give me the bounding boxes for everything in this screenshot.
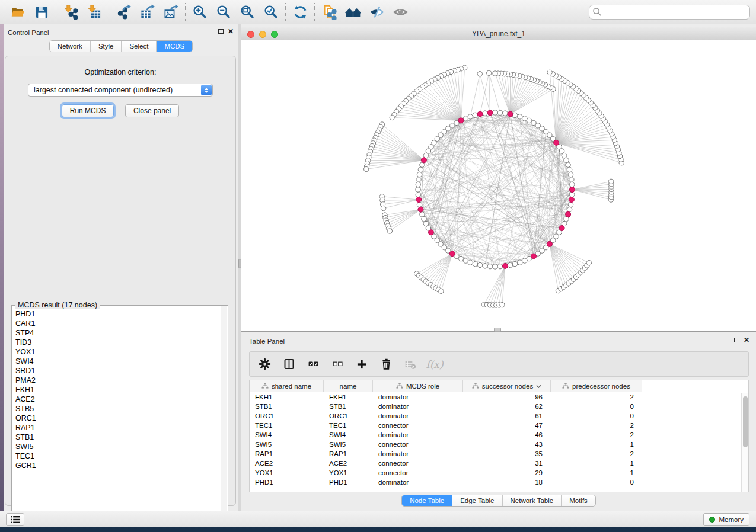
export-network-button[interactable] bbox=[111, 2, 135, 22]
table-cell-filler bbox=[642, 392, 748, 402]
mcds-result-item[interactable]: ORC1 bbox=[15, 414, 219, 423]
optimization-criterion-select[interactable]: largest connected component (undirected) bbox=[28, 84, 213, 97]
table-row[interactable]: PHD1PHD1dominator180 bbox=[250, 477, 748, 487]
table-row[interactable]: TEC1TEC1connector472 bbox=[250, 421, 748, 430]
hierarchy-icon bbox=[472, 383, 479, 389]
nested-network-button[interactable] bbox=[341, 2, 365, 22]
save-icon bbox=[34, 4, 50, 20]
zoom-out-button[interactable] bbox=[212, 2, 235, 22]
table-row[interactable]: SWI4SWI4dominator462 bbox=[250, 430, 748, 440]
mcds-result-item[interactable]: STB1 bbox=[15, 432, 219, 442]
node-table-header: shared namenameMCDS rolesuccessor nodesp… bbox=[250, 380, 748, 392]
hide-selected-button[interactable] bbox=[365, 2, 388, 22]
select-all-button[interactable] bbox=[307, 358, 320, 371]
table-cell-filler bbox=[642, 477, 748, 487]
column-header-MCDS-role[interactable]: MCDS role bbox=[373, 380, 463, 392]
deselect-all-button[interactable] bbox=[331, 358, 344, 371]
table-row[interactable]: ORC1ORC1dominator610 bbox=[250, 411, 748, 421]
memory-label: Memory bbox=[719, 516, 744, 523]
panel-splitter-horizontal[interactable] bbox=[494, 328, 501, 332]
delete-row-button[interactable] bbox=[379, 358, 393, 371]
settings-gear-button[interactable] bbox=[258, 358, 271, 371]
network-window-titlebar[interactable]: YPA_prune.txt_1 bbox=[241, 27, 756, 40]
zoom-in-button[interactable] bbox=[188, 2, 212, 22]
mcds-result-item[interactable]: PHD1 bbox=[15, 309, 219, 319]
table-row[interactable]: SWI5SWI5connector431 bbox=[250, 440, 748, 449]
tab-edge-table[interactable]: Edge Table bbox=[452, 495, 502, 506]
table-cell: PHD1 bbox=[324, 477, 373, 487]
table-cell: TEC1 bbox=[250, 421, 324, 430]
add-row-button[interactable] bbox=[355, 358, 368, 371]
table-cell: 2 bbox=[551, 430, 642, 440]
task-history-button[interactable] bbox=[6, 513, 24, 526]
tab-style[interactable]: Style bbox=[90, 41, 122, 52]
float-table-panel-icon[interactable] bbox=[734, 338, 739, 342]
scrollbar-thumb[interactable] bbox=[743, 396, 748, 447]
float-panel-icon[interactable] bbox=[218, 29, 224, 34]
save-button[interactable] bbox=[30, 2, 53, 22]
table-row[interactable]: RAP1RAP1dominator352 bbox=[250, 449, 748, 459]
zoom-fit-button[interactable] bbox=[235, 2, 259, 22]
tab-network[interactable]: Network bbox=[50, 41, 90, 52]
workspace-column: YPA_prune.txt_1 Table Panel ✕ f(x) share… bbox=[241, 24, 756, 511]
tab-network-table[interactable]: Network Table bbox=[502, 495, 562, 506]
mcds-result-item[interactable]: TID3 bbox=[15, 338, 219, 347]
node-table-scrollbar[interactable] bbox=[741, 393, 748, 492]
table-cell: 96 bbox=[463, 392, 551, 402]
refresh-button[interactable] bbox=[288, 2, 312, 22]
zoom-selected-button[interactable] bbox=[259, 2, 283, 22]
mcds-result-item[interactable]: PMA2 bbox=[15, 376, 219, 385]
tab-node-table[interactable]: Node Table bbox=[402, 495, 452, 506]
table-row[interactable]: STB1STB1dominator620 bbox=[250, 402, 748, 411]
export-image-button[interactable] bbox=[159, 2, 183, 22]
mcds-result-item[interactable]: RAP1 bbox=[15, 423, 219, 432]
table-cell: 47 bbox=[463, 421, 551, 430]
mcds-result-item[interactable]: STB5 bbox=[15, 404, 219, 414]
network-view-canvas[interactable] bbox=[241, 40, 756, 332]
mcds-result-item[interactable]: YOX1 bbox=[15, 347, 219, 357]
table-row[interactable]: FKH1FKH1dominator962 bbox=[250, 392, 748, 402]
mcds-result-scrollbar[interactable] bbox=[221, 306, 227, 524]
close-panel-icon[interactable]: ✕ bbox=[228, 28, 234, 34]
close-panel-button[interactable]: Close panel bbox=[125, 104, 179, 117]
mcds-result-item[interactable]: SRD1 bbox=[15, 366, 219, 376]
column-header-name[interactable]: name bbox=[324, 380, 373, 392]
memory-button[interactable]: Memory bbox=[703, 513, 749, 526]
tab-mcds[interactable]: MCDS bbox=[156, 41, 192, 52]
import-table-button[interactable] bbox=[82, 2, 106, 22]
export-table-button[interactable] bbox=[135, 2, 159, 22]
control-panel-tabs: NetworkStyleSelectMCDS bbox=[49, 40, 193, 52]
table-cell: 2 bbox=[551, 421, 642, 430]
open-button[interactable] bbox=[6, 2, 30, 22]
table-row[interactable]: ACE2ACE2connector311 bbox=[250, 459, 748, 468]
network-graph bbox=[241, 40, 755, 331]
mcds-result-item[interactable]: FKH1 bbox=[15, 385, 219, 395]
close-table-panel-icon[interactable]: ✕ bbox=[744, 337, 749, 343]
table-cell: SWI4 bbox=[324, 430, 373, 440]
toolbar-separator bbox=[56, 3, 56, 21]
mcds-result-item[interactable]: STP4 bbox=[15, 328, 219, 338]
search-input[interactable] bbox=[589, 5, 750, 20]
import-network-button[interactable] bbox=[59, 2, 82, 22]
table-row[interactable]: YOX1YOX1connector291 bbox=[250, 468, 748, 477]
mcds-result-item[interactable]: GCR1 bbox=[15, 461, 219, 470]
column-label: predecessor nodes bbox=[572, 383, 630, 390]
import-network-icon bbox=[63, 4, 79, 20]
mcds-result-item[interactable]: CAR1 bbox=[15, 319, 219, 328]
mcds-result-item[interactable]: TEC1 bbox=[15, 451, 219, 461]
tab-select[interactable]: Select bbox=[121, 41, 156, 52]
run-mcds-button[interactable]: Run MCDS bbox=[62, 104, 114, 117]
column-header-shared-name[interactable]: shared name bbox=[250, 380, 324, 392]
column-header-predecessor-nodes[interactable]: predecessor nodes bbox=[551, 380, 642, 392]
search-box bbox=[589, 5, 750, 20]
mcds-result-item[interactable]: SWI5 bbox=[15, 442, 219, 451]
show-all-button[interactable] bbox=[388, 2, 412, 22]
column-header-successor-nodes[interactable]: successor nodes bbox=[463, 380, 551, 392]
duplicate-network-button[interactable] bbox=[317, 2, 341, 22]
tab-motifs[interactable]: Motifs bbox=[561, 495, 595, 506]
mcds-result-item[interactable]: ACE2 bbox=[15, 395, 219, 404]
split-table-button[interactable] bbox=[282, 358, 295, 371]
mcds-result-item[interactable]: SWI4 bbox=[15, 357, 219, 366]
search-icon bbox=[592, 7, 602, 17]
duplicate-network-icon bbox=[321, 4, 337, 20]
